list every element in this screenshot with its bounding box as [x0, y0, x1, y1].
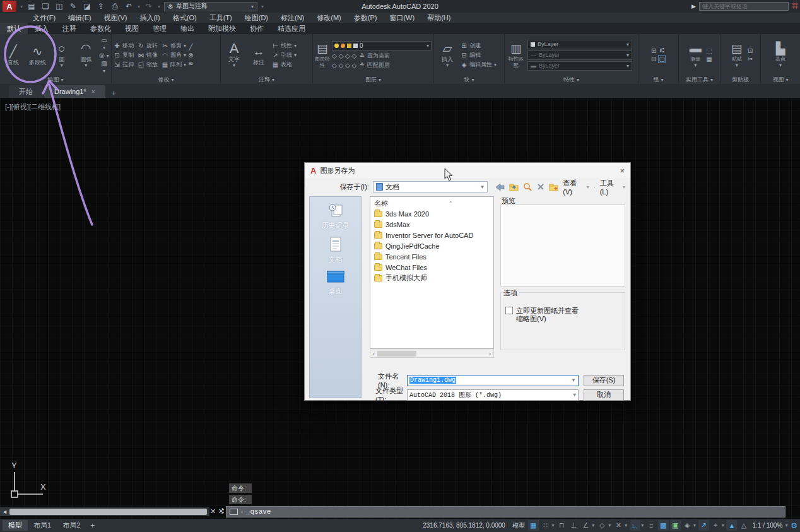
print-icon[interactable]: ⎙: [110, 2, 120, 11]
menu-insert[interactable]: 插入(I): [133, 13, 166, 23]
search-expand-icon[interactable]: ▶: [691, 3, 696, 9]
layer-tool-icon[interactable]: ◇ ◇ ◇ ◇: [332, 52, 356, 59]
folder-row[interactable]: Inventor Server for AutoCAD: [374, 230, 493, 240]
ribbon-tab-home[interactable]: 默认: [0, 23, 28, 34]
menu-edit[interactable]: 编辑(E): [62, 13, 98, 23]
edit-attributes-button[interactable]: ◈编辑属性▾: [461, 61, 497, 69]
linetype-select[interactable]: —ByLayer▾: [527, 50, 632, 60]
ribbon-tab-manage[interactable]: 管理: [146, 23, 174, 34]
folder-row[interactable]: 手机模拟大师: [374, 273, 493, 283]
apps-grid-icon[interactable]: ⁑⁑: [792, 3, 797, 11]
model-space-toggle[interactable]: 模型: [512, 521, 525, 530]
text-button[interactable]: A文字▾: [223, 41, 245, 69]
filename-value[interactable]: Drawing1.dwg: [409, 377, 456, 384]
scale-caret-icon[interactable]: ▼: [784, 523, 789, 528]
scale-button[interactable]: ◱缩放: [138, 61, 158, 69]
make-current-button[interactable]: ≙置为当前: [358, 52, 390, 60]
object-snap-tracking-caret-icon[interactable]: ▼: [624, 523, 628, 528]
tab-start[interactable]: 开始: [9, 85, 43, 98]
close-tab-icon[interactable]: ×: [91, 88, 95, 95]
new-file-icon[interactable]: ▤: [26, 2, 37, 11]
line-button[interactable]: ╱直线: [2, 44, 25, 66]
lineweight-icon[interactable]: ≡: [646, 520, 657, 531]
lineweight-select[interactable]: ▬ByLayer▾: [527, 61, 632, 71]
move-button[interactable]: ✚移动: [114, 42, 134, 50]
3d-object-snap-icon[interactable]: ◈: [682, 520, 693, 531]
folder-row[interactable]: QingJiePdfCache: [374, 240, 493, 251]
selection-cycling-icon[interactable]: ▣: [670, 520, 681, 531]
object-snap-caret-icon[interactable]: ▼: [640, 523, 645, 528]
polar-tracking-icon[interactable]: ∠: [580, 520, 591, 531]
command-line[interactable]: ▾ _qsave: [226, 506, 785, 517]
3d-object-snap-caret-icon[interactable]: ▼: [693, 523, 697, 528]
ribbon-tab-collaborate[interactable]: 协作: [243, 23, 271, 34]
leader-button[interactable]: ↗引线▾: [272, 51, 297, 59]
menu-modify[interactable]: 修改(M): [310, 13, 348, 23]
publish-icon[interactable]: ⇪: [96, 2, 106, 11]
autocad-logo-icon[interactable]: A: [3, 1, 16, 12]
snap-mode-icon[interactable]: ∷: [540, 520, 551, 531]
menu-draw[interactable]: 绘图(D): [238, 13, 274, 23]
calculator-icon[interactable]: ▦: [706, 56, 712, 62]
panel-label-annotation[interactable]: 注释▾: [221, 76, 312, 84]
ortho-mode-icon[interactable]: ⊥: [568, 520, 579, 531]
horizontal-scrollbar[interactable]: ◄: [0, 507, 209, 516]
panel-label-properties[interactable]: 特性▾: [505, 76, 638, 84]
dynamic-input-caret-icon[interactable]: ▼: [721, 523, 726, 528]
erase-icon[interactable]: ╱: [188, 44, 193, 50]
ribbon-tab-parametric[interactable]: 参数化: [83, 23, 118, 34]
filename-caret-icon[interactable]: ▼: [571, 377, 576, 383]
panel-label-layers[interactable]: 图层▾: [313, 76, 433, 84]
layer-select[interactable]: 0 ▾: [332, 41, 432, 50]
place-history[interactable]: 历史记录: [322, 203, 350, 230]
panel-label-view[interactable]: 视图▾: [761, 76, 800, 84]
stretch-button[interactable]: ⇲拉伸: [114, 61, 134, 69]
save-in-select[interactable]: 文档 ▼: [373, 181, 488, 192]
table-button[interactable]: ▦表格: [272, 61, 297, 69]
menu-dimension[interactable]: 标注(N): [274, 13, 310, 23]
command-caret-icon[interactable]: ▾: [240, 509, 244, 515]
search-icon[interactable]: [523, 182, 532, 191]
place-desktop[interactable]: 桌面: [326, 270, 345, 296]
group-edit-icon[interactable]: ⑆: [658, 47, 665, 54]
annotation-autoscale-icon[interactable]: △: [738, 520, 749, 531]
filetype-caret-icon[interactable]: ▼: [573, 392, 576, 398]
object-color-select[interactable]: ByLayer▾: [527, 40, 632, 49]
rectangle-icon[interactable]: ▭ ▾: [99, 37, 109, 50]
offset-icon[interactable]: ≋: [188, 60, 193, 67]
edit-block-button[interactable]: ⊟编辑: [461, 51, 497, 59]
viewport-menu-control[interactable]: [-]: [5, 103, 11, 110]
save-button[interactable]: 保存(S): [584, 375, 624, 386]
layout-tab-model[interactable]: 模型: [3, 520, 28, 531]
dimension-button[interactable]: ↔标注: [247, 44, 270, 66]
ribbon-tab-output[interactable]: 输出: [174, 23, 201, 34]
array-button[interactable]: ▦阵列▾: [162, 61, 186, 69]
scroll-left-icon[interactable]: ◄: [0, 509, 9, 515]
qat-customize-caret-icon[interactable]: ▾: [261, 4, 264, 9]
grid-display-icon[interactable]: ▦: [528, 520, 539, 531]
menu-window[interactable]: 窗口(W): [383, 13, 421, 23]
panel-label-group[interactable]: 组▾: [638, 76, 678, 84]
menu-help[interactable]: 帮助(H): [421, 13, 457, 23]
group-select-icon[interactable]: ▢: [658, 55, 665, 63]
group-icon[interactable]: ⊞: [651, 47, 656, 54]
filetype-select[interactable]: AutoCAD 2018 图形 (*.dwg) ▼: [407, 389, 579, 401]
explode-icon[interactable]: ⊗: [188, 52, 193, 59]
fillet-button[interactable]: ◠圆角▾: [162, 51, 186, 59]
place-documents[interactable]: 文档: [329, 236, 343, 264]
ellipse-icon[interactable]: ◎ ▾: [99, 52, 109, 59]
copy-button[interactable]: ⊡复制: [114, 51, 134, 59]
panel-label-block[interactable]: 块▾: [434, 76, 504, 84]
menu-file[interactable]: 文件(F): [26, 13, 62, 23]
base-view-button[interactable]: ▙基点▾: [769, 41, 792, 69]
command-customize-icon[interactable]: ⚒: [217, 508, 225, 514]
list-header-name[interactable]: 名称⌃: [374, 199, 493, 208]
layer-properties-button[interactable]: ▤图层特性: [315, 41, 330, 69]
layout-tab-layout2[interactable]: 布局2: [57, 520, 86, 531]
trim-button[interactable]: ✂修剪▾: [162, 42, 186, 50]
paste-button[interactable]: ▤粘贴▾: [728, 41, 746, 69]
tools-menu-button[interactable]: 工具(L)▾: [600, 179, 625, 196]
cancel-button[interactable]: 取消: [584, 389, 624, 401]
rotate-button[interactable]: ↻旋转: [138, 42, 158, 50]
ribbon-tab-insert[interactable]: 插入: [28, 23, 56, 34]
